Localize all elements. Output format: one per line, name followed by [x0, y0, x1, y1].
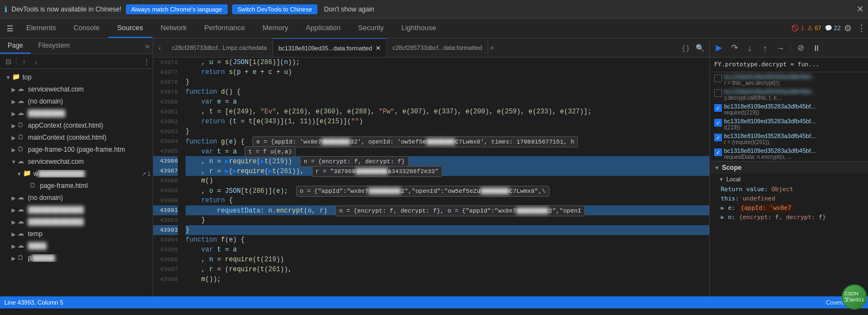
scope-expand-n[interactable]: ▶ [721, 214, 728, 221]
tree-item-blurred3[interactable]: ▶ ☁ ████████████ [0, 216, 153, 228]
tree-item-temp[interactable]: ▶ ☁ temp [0, 228, 153, 240]
call-stack-item-2[interactable]: bc1318e8109ed35283a3dfb45bf... y.decrypt… [710, 87, 868, 102]
tab-lighthouse[interactable]: Lighthouse [392, 19, 445, 38]
tab-elements[interactable]: Elements [18, 19, 65, 38]
sources-options-bar: ⊟ ↑ ↓ ⋮ [0, 54, 153, 69]
tab-memory[interactable]: Memory [254, 19, 297, 38]
tree-item-blurred1[interactable]: ▶ ☁ ████████ [0, 107, 153, 119]
sources-opt-sep1 [16, 57, 16, 66]
dont-show-again-link[interactable]: Don't show again [324, 5, 374, 13]
call-stack-item-3[interactable]: ✓ bc1318e8109ed35283a3dfb45bf... require… [710, 102, 868, 117]
local-scope-title: Local [726, 176, 740, 182]
code-tabs-more[interactable]: » [488, 44, 496, 51]
debug-step-btn[interactable]: → [773, 41, 788, 55]
code-tool-search[interactable]: 🔍 [694, 42, 706, 54]
line-43986: 43986 [153, 156, 178, 166]
scope-key-return: Return value: [721, 186, 772, 193]
call-stack-item-1[interactable]: bc1318e8109ed35283a3dfb45bf... r = this.… [710, 72, 868, 87]
tab-application[interactable]: Application [297, 19, 350, 38]
tree-item-w-blurred[interactable]: ▼ 📁 w██████████ ↗ 1 [0, 168, 153, 180]
cloud-icon-nd2: ☁ [18, 193, 26, 202]
code-tool-format[interactable]: { } [680, 42, 692, 54]
tree-item-pageframe100[interactable]: ▶ 🗋 page-frame-100 (page-frame.htm [0, 144, 153, 156]
code-tab-2[interactable]: bc1318e8109ed35...data:formatted ✕ [273, 38, 387, 57]
code-tab-3[interactable]: c28cf285733dbcf...data:formatted [387, 38, 488, 57]
tree-label-wb: w██████████ [33, 170, 140, 177]
tab-performance[interactable]: Performance [195, 19, 253, 38]
more-options-button[interactable]: ⋮ [857, 23, 866, 33]
cs-name-6: bc1318e8109ed35283a3dfb45bf... requestDa… [724, 147, 816, 160]
match-language-button[interactable]: Always match Chrome's language [126, 4, 228, 14]
tree-item-top[interactable]: ▼ 📁 top [0, 71, 153, 83]
tree-item-nodomain2[interactable]: ▶ ☁ (no domain) [0, 192, 153, 204]
devtools-menu-button[interactable]: ☰ [2, 21, 18, 36]
tab-security[interactable]: Security [349, 19, 392, 38]
settings-button[interactable]: ⚙ [844, 23, 852, 33]
switch-to-chinese-button[interactable]: Switch DevTools to Chinese [232, 4, 317, 14]
code-line-43981: , t = [e(249), "Ev", e(216), e(360), e(2… [186, 107, 709, 117]
code-tab-nav-left[interactable]: ‹ [153, 38, 166, 57]
tree-item-appcontext[interactable]: ▶ 🗋 appContext (context.html) [0, 119, 153, 131]
code-line-43979: function d() { [186, 87, 709, 97]
tree-item-servicewechat1[interactable]: ▶ ☁ servicewechat.com [0, 83, 153, 95]
checkbox-4[interactable]: ✓ [714, 119, 722, 127]
debug-pause-exceptions-btn[interactable]: ⏸ [809, 41, 823, 55]
file-tree[interactable]: ▼ 📁 top ▶ ☁ servicewechat.com ▶ ☁ (no do… [0, 69, 153, 296]
local-scope-header[interactable]: ▼ Local [710, 174, 868, 185]
tab-network[interactable]: Network [152, 19, 196, 38]
sources-tab-filesystem[interactable]: Filesystem [31, 38, 77, 54]
tree-item-p-blurred[interactable]: ▶ 🗋 p█████ [0, 252, 153, 264]
tree-item-blurred4[interactable]: ▶ ☁ ████ [0, 240, 153, 252]
cloud-icon-nd1: ☁ [18, 97, 26, 106]
scope-header[interactable]: ▼ Scope [710, 162, 868, 174]
debug-deactivate-btn[interactable]: ⊘ [794, 41, 808, 55]
checkbox-3[interactable]: ✓ [714, 104, 722, 112]
call-stack-item-5[interactable]: ✓ bc1318e8109ed35283a3dfb45bf... r = (re… [710, 131, 868, 146]
scope-item-n[interactable]: ▶ n: {encrypt: f, decrypt: f} [710, 213, 868, 222]
tree-label-b1: ████████ [28, 110, 151, 117]
debug-step-into-btn[interactable]: ↓ [743, 41, 757, 55]
sources-opt-1[interactable]: ⊟ [2, 55, 14, 67]
call-stack-item-4[interactable]: ✓ bc1318e8109ed35283a3dfb45bf... t(219)) [710, 117, 868, 131]
sources-opt-more[interactable]: ⋮ [143, 57, 151, 66]
cs-name-4: bc1318e8109ed35283a3dfb45bf... t(219)) [724, 118, 816, 130]
checkbox-5[interactable]: ✓ [714, 134, 722, 141]
checkbox-1[interactable] [714, 75, 722, 82]
status-bar: Line 43993, Column 5 Coverage: n/a [0, 296, 868, 308]
tab-console[interactable]: Console [65, 19, 108, 38]
main-tab-nav: Elements Console Sources Network Perform… [18, 19, 445, 38]
tree-item-maincontext[interactable]: ▶ 🗋 mainContext (context.html) [0, 131, 153, 144]
checkbox-6[interactable]: ✓ [714, 148, 722, 156]
tree-item-blurred2[interactable]: ▶ ☁ ████████████ [0, 204, 153, 216]
call-stack-item-6[interactable]: ✓ bc1318e8109ed35283a3dfb45bf... request… [710, 146, 868, 161]
line-43989: 43989 [153, 186, 178, 196]
main-toolbar: ☰ Elements Console Sources Network Perfo… [0, 19, 868, 38]
code-tab-2-label: bc1318e8109ed35...data:formatted [279, 45, 372, 51]
debug-step-out-btn[interactable]: ↑ [758, 41, 772, 55]
debug-step-over-btn[interactable]: ↷ [727, 41, 742, 55]
sources-tab-page[interactable]: Page [0, 38, 31, 54]
code-line-43997: , r = (require(t(261)), [186, 265, 709, 274]
tree-label-sw1: servicewechat.com [28, 85, 151, 93]
scope-item-e[interactable]: ▶ e: {appId: 'wx8e7 [710, 203, 868, 213]
code-tab-1[interactable]: c28cf285733dbcf...Lmpz.cachedata [166, 38, 273, 57]
cloud-icon-b2: ☁ [18, 205, 26, 214]
tooltip-43987: r = "387969█████████a3433266f2e33" [312, 166, 442, 177]
code-line-43989: , o = JSON[t(286)](e); o = {"appId":"wx8… [186, 186, 709, 196]
checkbox-2[interactable] [714, 89, 722, 97]
warning-badge: ⚠ 67 [807, 25, 821, 32]
file-folder-icon-mc: 🗋 [18, 133, 26, 142]
sources-opt-3[interactable]: ↓ [30, 55, 42, 67]
debug-code-fy: FY.prototype.decrypt = fun... [714, 60, 864, 70]
sources-opt-2[interactable]: ↑ [18, 55, 30, 67]
sources-tab-more[interactable]: » [142, 38, 153, 54]
debug-resume-btn[interactable]: ▶ [712, 41, 726, 55]
tree-arrow-mc: ▶ [10, 135, 18, 141]
tab-sources[interactable]: Sources [108, 19, 152, 38]
tree-item-servicewechat2[interactable]: ▼ ☁ servicewechat.com [0, 156, 153, 168]
notif-close-button[interactable]: ✕ [857, 4, 864, 14]
tree-item-nodomain1[interactable]: ▶ ☁ (no domain) [0, 95, 153, 107]
scope-expand-e[interactable]: ▶ [721, 204, 728, 211]
tree-item-pageframehtml[interactable]: ▶ 🗋 page-frame.html [0, 180, 153, 192]
code-tab-2-close[interactable]: ✕ [375, 44, 381, 52]
